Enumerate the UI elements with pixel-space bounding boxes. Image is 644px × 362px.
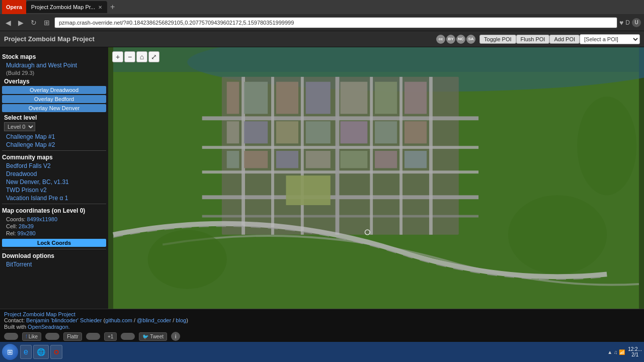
svg-rect-38 xyxy=(286,175,330,205)
plusone-toggle[interactable] xyxy=(86,333,100,340)
openseadragon-link[interactable]: OpenSeadragon. xyxy=(28,324,70,330)
github-link[interactable]: github.com xyxy=(105,317,132,323)
overlay-bedford-button[interactable]: Overlay Bedford xyxy=(2,95,106,103)
back-button[interactable]: ◀ xyxy=(3,18,14,28)
grid-button[interactable]: ⊞ xyxy=(41,18,52,28)
contact-name-link[interactable]: Benjamin 'blindcoder' Schieder xyxy=(26,317,102,323)
like-toggle[interactable] xyxy=(4,333,18,340)
blog-link[interactable]: blog xyxy=(176,317,186,323)
active-tab[interactable]: Project Zomboid Map Pr... ✕ xyxy=(26,1,107,13)
level-select[interactable]: Level 0 xyxy=(4,122,35,131)
svg-rect-22 xyxy=(375,82,397,114)
flush-poi-button[interactable]: Flush POI xyxy=(516,35,550,44)
like-button[interactable]: f Like xyxy=(22,332,41,341)
svg-rect-25 xyxy=(244,121,268,143)
svg-rect-24 xyxy=(227,121,239,143)
address-bar[interactable] xyxy=(54,17,617,28)
new-tab-button[interactable]: + xyxy=(107,3,118,12)
svg-rect-17 xyxy=(227,82,239,114)
svg-rect-23 xyxy=(405,82,427,114)
toggle-poi-button[interactable]: Toggle POI xyxy=(479,35,516,44)
tab-close-icon[interactable]: ✕ xyxy=(98,5,102,10)
overlay-new-denver-button[interactable]: Overlay New Denver xyxy=(2,104,106,112)
taskbar-chrome[interactable]: 🌐 xyxy=(33,345,49,359)
flattr-button[interactable]: Flattr xyxy=(63,332,82,341)
forward-button[interactable]: ▶ xyxy=(16,18,26,28)
svg-rect-21 xyxy=(340,82,367,114)
tweet-toggle[interactable] xyxy=(121,333,135,340)
svg-rect-27 xyxy=(306,121,331,143)
challenge-map1-link[interactable]: Challenge Map #1 xyxy=(6,133,106,140)
twitter-link[interactable]: @blind_coder xyxy=(137,317,171,323)
rel-label: Rel: xyxy=(6,230,16,236)
svg-rect-29 xyxy=(375,121,397,143)
muldraugh-link[interactable]: Muldraugh and West Point xyxy=(6,62,106,69)
footer-contact-line: Contact: Benjamin 'blindcoder' Schieder … xyxy=(4,317,640,323)
svg-rect-36 xyxy=(375,151,397,168)
zoom-out-button[interactable]: − xyxy=(124,51,135,62)
cell-row: Cell: 28x39 xyxy=(4,223,106,230)
add-poi-button[interactable]: Add POI xyxy=(549,35,580,44)
svg-rect-32 xyxy=(244,151,268,168)
bedford-falls-link[interactable]: Bedford Falls V2 xyxy=(6,162,106,169)
start-button[interactable]: ⊞ xyxy=(2,344,18,360)
map-canvas xyxy=(108,47,644,309)
poi-select[interactable]: [Select a POI] xyxy=(580,34,640,44)
challenge-map2-link[interactable]: Challenge Map #2 xyxy=(6,141,106,148)
map-controls: + − ⌂ ⤢ xyxy=(112,51,159,62)
tweet-button[interactable]: 🐦 Tweet xyxy=(139,332,167,341)
contact-label: Contact: xyxy=(4,317,25,323)
twd-prison-link[interactable]: TWD Prison v2 xyxy=(6,187,106,194)
svg-rect-13 xyxy=(336,77,340,235)
rel-value[interactable]: 99x280 xyxy=(18,230,36,236)
overlays-title: Overlays xyxy=(4,78,106,85)
plusone-button[interactable]: +1 xyxy=(104,332,117,341)
coords-value[interactable]: 8499x11980 xyxy=(27,216,58,222)
svg-point-39 xyxy=(148,230,227,289)
vacation-island-link[interactable]: Vacation Island Pre α 1 xyxy=(6,195,106,202)
user-icon: U xyxy=(632,18,641,27)
svg-rect-28 xyxy=(340,121,367,143)
cell-value[interactable]: 28x39 xyxy=(19,223,34,229)
svg-rect-11 xyxy=(271,77,274,235)
taskbar: ⊞ e 🌐 O ▲ ♫ 📶 12:2... 2/1 xyxy=(0,342,644,362)
tab-bar: Opera Project Zomboid Map Pr... ✕ + xyxy=(0,0,644,14)
lock-coords-button[interactable]: Lock Coords xyxy=(2,239,106,247)
coords-label: Coords: xyxy=(6,216,26,222)
community-maps-title: Community maps xyxy=(2,154,106,161)
cc-icon-2: BY xyxy=(446,35,455,44)
refresh-button[interactable]: ↻ xyxy=(28,18,39,28)
flattr-toggle[interactable] xyxy=(45,333,59,340)
svg-point-41 xyxy=(577,97,636,195)
download-icon: D xyxy=(625,19,630,26)
footer-project-title[interactable]: Project Zomboid Map Project xyxy=(4,311,75,317)
map-area[interactable]: + − ⌂ ⤢ xyxy=(108,47,644,309)
info-button[interactable]: i xyxy=(171,332,180,341)
poi-toolbar-row: Project Zomboid Map Project cc BY NC SA … xyxy=(0,31,644,47)
svg-rect-14 xyxy=(370,77,373,235)
main-layout: Stock maps Muldraugh and West Point (Bui… xyxy=(0,47,644,309)
dreadwood-link[interactable]: Dreadwood xyxy=(6,170,106,177)
svg-rect-18 xyxy=(244,82,268,114)
taskbar-time: 12:2... 2/1 xyxy=(628,346,642,357)
build-label: (Build 29.3) xyxy=(6,70,106,76)
overlay-dreadwood-button[interactable]: Overlay Dreadwood xyxy=(2,86,106,94)
svg-rect-15 xyxy=(399,77,403,235)
svg-rect-30 xyxy=(405,121,427,143)
svg-rect-31 xyxy=(227,151,239,168)
heart-icon: ♥ xyxy=(619,19,623,27)
new-denver-link[interactable]: New Denver, BC, v1.31 xyxy=(6,178,106,186)
bittorrent-link[interactable]: BitTorrent xyxy=(6,261,106,268)
svg-rect-12 xyxy=(301,77,304,235)
zoom-in-button[interactable]: + xyxy=(112,51,123,62)
taskbar-opera[interactable]: O xyxy=(50,345,62,359)
taskbar-right: ▲ ♫ 📶 12:2... 2/1 xyxy=(607,346,642,357)
rel-row: Rel: 99x280 xyxy=(4,230,106,237)
select-level-label: Select level xyxy=(4,114,37,121)
footer: Project Zomboid Map Project Contact: Ben… xyxy=(0,309,644,343)
sidebar: Stock maps Muldraugh and West Point (Bui… xyxy=(0,47,108,309)
cc-logo: cc BY NC SA xyxy=(436,35,475,44)
fullscreen-button[interactable]: ⤢ xyxy=(148,51,159,62)
home-button[interactable]: ⌂ xyxy=(136,51,147,62)
taskbar-ie[interactable]: e xyxy=(20,345,32,359)
